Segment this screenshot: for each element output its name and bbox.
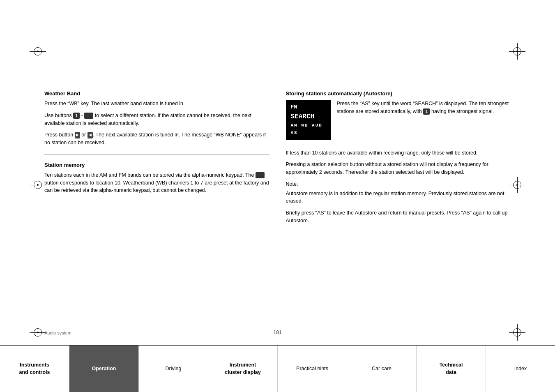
nav-item-index[interactable]: Index bbox=[486, 346, 555, 392]
btn-strongest: 1 bbox=[423, 108, 430, 115]
crosshair-top-left bbox=[30, 43, 46, 60]
display-row2: SEARCH bbox=[291, 112, 326, 122]
autostore-para3: Pressing a station selection button with… bbox=[286, 161, 511, 176]
autostore-para2: If less than 10 stations are available w… bbox=[286, 149, 511, 157]
display-row3: AM WB AUD AS bbox=[291, 122, 326, 136]
nav-item-driving[interactable]: Driving bbox=[139, 346, 208, 392]
crosshair-bottom-right bbox=[509, 324, 525, 341]
page-number: 181 bbox=[273, 330, 281, 335]
station-memory-heading: Station memory bbox=[44, 162, 269, 168]
weather-band-heading: Weather Band bbox=[44, 90, 269, 97]
crosshair-bottom-left bbox=[30, 324, 46, 341]
nav-item-instruments-and-controls[interactable]: Instrumentsand controls bbox=[0, 346, 69, 392]
nav-item-technical-data[interactable]: Technicaldata bbox=[417, 346, 486, 392]
crosshair-mid-right bbox=[509, 177, 525, 193]
weather-band-para1: Press the “WB” key. The last weather ban… bbox=[44, 100, 269, 108]
autostore-section: FM SEARCH AM WB AUD AS Press the “AS” ke… bbox=[286, 100, 511, 144]
btn-10 bbox=[256, 172, 265, 178]
section-label: Audio system bbox=[44, 330, 71, 335]
radio-display: FM SEARCH AM WB AUD AS bbox=[286, 100, 331, 140]
note-para2: Briefly press “AS” to leave the Autostor… bbox=[286, 209, 511, 225]
nav-item-car-care[interactable]: Car care bbox=[347, 346, 417, 392]
autostore-heading: Storing stations automatically (Autostor… bbox=[286, 90, 511, 97]
left-column: Weather Band Press the “WB” key. The las… bbox=[44, 90, 269, 326]
nav-item-operation[interactable]: Operation bbox=[69, 346, 139, 392]
nav-item-practical-hints[interactable]: Practical hints bbox=[278, 346, 347, 392]
btn-end bbox=[84, 113, 93, 119]
crosshair-top-right bbox=[509, 43, 525, 60]
right-column: Storing stations automatically (Autostor… bbox=[286, 90, 511, 326]
crosshair-mid-left bbox=[30, 177, 46, 193]
btn-1: 1 bbox=[73, 113, 80, 119]
forward-icon: ▶ bbox=[75, 132, 80, 138]
weather-band-para2: Use buttons 1 - to select a different st… bbox=[44, 112, 269, 127]
section-divider bbox=[44, 154, 269, 154]
station-memory-para1: Ten stations each in the AM and FM bands… bbox=[44, 171, 269, 194]
note-para1: Autostore memory is in addition to the r… bbox=[286, 190, 511, 205]
backward-icon: ◀ bbox=[88, 132, 93, 138]
nav-bar: Instrumentsand controls Operation Drivin… bbox=[0, 345, 555, 392]
autostore-display-text: Press the “AS” key until the word “SEARC… bbox=[337, 100, 511, 115]
note-label: Note: bbox=[286, 180, 511, 188]
weather-band-para3: Press button ▶ or ◀. The next available … bbox=[44, 131, 269, 147]
display-row1: FM bbox=[291, 103, 326, 112]
nav-item-instrument-cluster-display[interactable]: Instrumentcluster display bbox=[208, 346, 278, 392]
